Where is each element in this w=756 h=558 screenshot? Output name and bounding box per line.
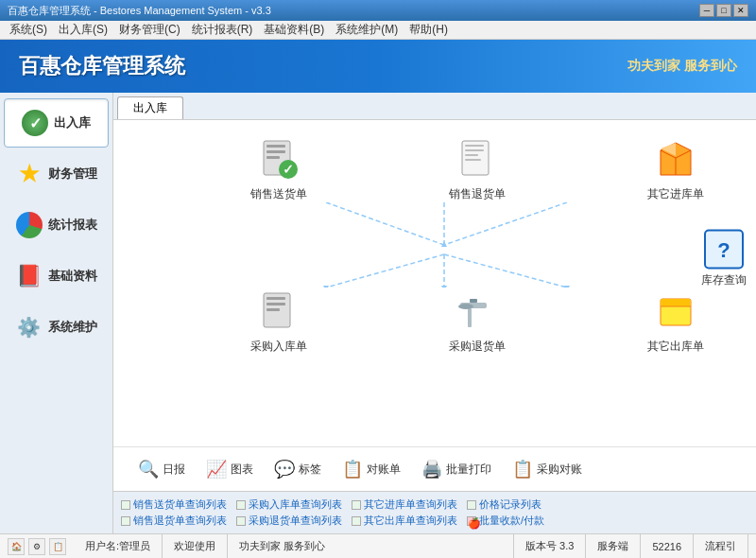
- status-flow: 流程引: [694, 534, 748, 558]
- svg-line-15: [326, 254, 444, 288]
- link-other-in-list[interactable]: 其它进库单查询列表: [352, 497, 457, 512]
- link-purchase-in-list[interactable]: 采购入库单查询列表: [236, 497, 342, 512]
- close-button[interactable]: ✕: [733, 4, 748, 17]
- link-sales-return-list[interactable]: 销售退货单查询列表: [121, 514, 227, 528]
- sales-delivery-label: 销售送货单: [250, 186, 307, 202]
- menu-maintain[interactable]: 系统维护(M): [330, 20, 404, 40]
- link-other-out-list[interactable]: 其它出库单查询列表: [352, 514, 457, 528]
- inventory-query-label: 库存查询: [701, 271, 747, 288]
- svg-rect-7: [465, 145, 484, 147]
- bottom-links: 销售送货单查询列表 采购入库单查询列表 其它进库单查询列表 价格记录列表: [113, 491, 756, 533]
- sidebar-label-maintain: 系统维护: [48, 319, 97, 336]
- batch-print-icon: 🖨️: [421, 459, 442, 480]
- icon-other-in[interactable]: 其它进库单: [633, 137, 718, 202]
- status-flow-label: 流程引: [705, 539, 736, 553]
- tool-batch-print[interactable]: 🖨️ 批量打印: [416, 455, 497, 483]
- stats-icon: [16, 212, 43, 238]
- other-out-icon: [653, 289, 698, 335]
- status-version: 版本号 3.3: [514, 534, 586, 558]
- status-icon-1[interactable]: 🏠: [8, 538, 25, 555]
- main-layout: ✓ 出入库 ★ 财务管理 统计报表 📕 基础资料 ⚙️ 系统维护: [0, 93, 756, 533]
- svg-rect-25: [266, 297, 285, 300]
- links-row-2: 销售退货单查询列表 采购退货单查询列表 其它出库单查询列表 🍎 批量收款/付款: [121, 514, 748, 528]
- minimize-button[interactable]: ─: [699, 4, 714, 17]
- app-slogan: 功夫到家 服务到心: [627, 58, 737, 75]
- svg-rect-29: [468, 308, 472, 327]
- tab-inout[interactable]: 出入库: [117, 96, 183, 119]
- purchase-in-icon: [256, 289, 301, 335]
- link-dot-1: [121, 500, 130, 510]
- link-sales-delivery-list-label: 销售送货单查询列表: [133, 497, 227, 512]
- link-sales-return-list-label: 销售退货单查询列表: [133, 514, 227, 528]
- svg-rect-8: [465, 149, 484, 151]
- sidebar-item-basic[interactable]: 📕 基础资料: [4, 252, 109, 301]
- purchase-account-icon: 📋: [512, 459, 533, 480]
- status-bar: 🏠 ⚙ 📋 用户名:管理员 欢迎使用 功夫到家 服务到心 版本号 3.3 服务端…: [0, 533, 756, 558]
- status-version-label: 版本号 3.3: [525, 539, 574, 553]
- purchase-in-label: 采购入库单: [250, 339, 307, 355]
- label-icon: 💬: [274, 459, 295, 480]
- sales-delivery-icon: ✓: [256, 137, 301, 183]
- inout-icon: ✓: [22, 110, 48, 136]
- icon-sales-delivery[interactable]: ✓ 销售送货单: [236, 137, 321, 202]
- svg-text:✓: ✓: [283, 162, 294, 177]
- tool-label[interactable]: 💬 标签: [268, 455, 327, 483]
- chart-icon: 📈: [206, 459, 227, 480]
- svg-marker-21: [564, 286, 570, 288]
- icon-inventory-query[interactable]: ? 库存查询: [701, 226, 747, 288]
- daily-report-label: 日报: [163, 462, 185, 478]
- link-sales-delivery-list[interactable]: 销售送货单查询列表: [121, 497, 227, 512]
- menu-stats[interactable]: 统计报表(R): [186, 20, 259, 40]
- menu-system[interactable]: 系统(S): [4, 20, 53, 40]
- other-in-label: 其它进库单: [647, 186, 704, 202]
- purchase-account-label: 采购对账: [537, 462, 582, 478]
- sidebar-label-finance: 财务管理: [48, 166, 97, 183]
- svg-point-30: [458, 304, 473, 309]
- menu-finance[interactable]: 财务管理(C): [113, 20, 186, 40]
- link-dot-7: [352, 516, 361, 526]
- sidebar-label-stats: 统计报表: [48, 217, 97, 234]
- svg-rect-33: [661, 299, 691, 306]
- sidebar-item-inout[interactable]: ✓ 出入库: [4, 98, 109, 148]
- menu-basic[interactable]: 基础资料(B): [258, 20, 330, 40]
- link-dot-8: 🍎: [467, 516, 476, 526]
- sidebar-item-stats[interactable]: 统计报表: [4, 201, 109, 250]
- status-welcome-label: 欢迎使用: [174, 539, 215, 553]
- sidebar-label-basic: 基础资料: [48, 268, 97, 285]
- svg-marker-20: [441, 286, 447, 288]
- sidebar-label-inout: 出入库: [54, 114, 91, 131]
- statement-label: 对账单: [367, 462, 401, 478]
- svg-marker-18: [441, 241, 447, 247]
- link-purchase-return-list[interactable]: 采购退货单查询列表: [236, 514, 342, 528]
- tool-purchase-account[interactable]: 📋 采购对账: [507, 455, 588, 483]
- menu-bar: 系统(S) 出入库(S) 财务管理(C) 统计报表(R) 基础资料(B) 系统维…: [0, 21, 756, 40]
- svg-line-12: [326, 202, 444, 245]
- svg-rect-1: [266, 145, 285, 148]
- svg-text:?: ?: [717, 237, 730, 261]
- status-server-label: 服务端: [597, 539, 628, 553]
- icon-sales-return[interactable]: 销售退货单: [435, 137, 520, 202]
- link-batch-payment[interactable]: 🍎 批量收款/付款: [467, 514, 544, 528]
- link-dot-2: [236, 500, 246, 510]
- menu-help[interactable]: 帮助(H): [404, 20, 454, 40]
- title-bar: 百惠仓库管理系统 - Bestores Management System - …: [0, 0, 756, 21]
- maximize-button[interactable]: □: [716, 4, 731, 17]
- tool-chart[interactable]: 📈 图表: [200, 455, 259, 483]
- app-header: 百惠仓库管理系统 功夫到家 服务到心: [0, 40, 756, 93]
- status-icon-3[interactable]: 📋: [49, 538, 66, 555]
- tool-daily-report[interactable]: 🔍 日报: [132, 455, 191, 483]
- link-price-list[interactable]: 价格记录列表: [467, 497, 541, 512]
- sales-return-label: 销售退货单: [449, 186, 506, 202]
- svg-rect-10: [465, 159, 481, 161]
- icon-purchase-return[interactable]: 采购退货单: [435, 289, 520, 355]
- status-slogan-label: 功夫到家 服务到心: [239, 539, 325, 553]
- icon-purchase-in[interactable]: 采购入库单: [236, 289, 321, 355]
- status-icon-2[interactable]: ⚙: [28, 538, 45, 555]
- status-port: 52216: [641, 534, 694, 558]
- icon-other-out[interactable]: 其它出库单: [633, 289, 718, 355]
- tab-bar: 出入库: [113, 93, 756, 120]
- menu-inout[interactable]: 出入库(S): [53, 20, 113, 40]
- sidebar-item-maintain[interactable]: ⚙️ 系统维护: [4, 303, 109, 352]
- sidebar-item-finance[interactable]: ★ 财务管理: [4, 149, 109, 199]
- tool-statement[interactable]: 📋 对账单: [336, 455, 406, 483]
